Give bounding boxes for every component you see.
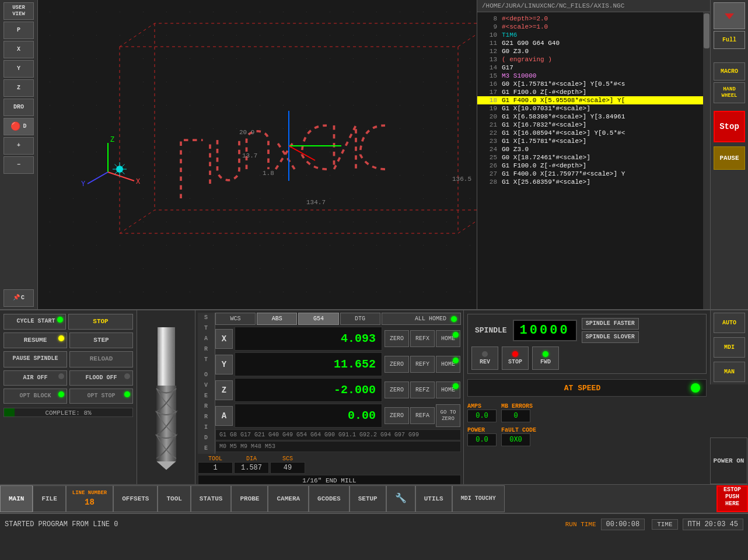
tab-tool[interactable]: TOOL [158,485,190,512]
dro-zero-z[interactable]: ZERO [385,382,409,398]
man-btn[interactable]: MAN [714,362,745,382]
sidebar-btn-plus[interactable]: + [4,137,34,155]
power-label: POWER [467,427,485,433]
tab-mdi-touchy[interactable]: MDI TOUCHY [452,485,505,512]
sidebar-btn-c[interactable]: 📌C [4,289,34,307]
step-btn[interactable]: STEP [69,332,133,348]
tab-status[interactable]: STATUS [191,485,232,512]
dro-refx[interactable]: REFX [410,330,435,347]
line-text-8: #<depth>=2.0 [502,15,548,22]
dro-btn-all-homed[interactable]: ALL HOMED [382,313,461,325]
sidebar-btn-x[interactable]: X [4,41,34,58]
code-line-8[interactable]: 8#<depth>=2.0 [477,15,703,23]
dro-btn-abs[interactable]: ABS [257,313,297,325]
opt-stop-btn[interactable]: OPT STOP [69,388,133,404]
sidebar-btn-y[interactable]: Y [4,60,34,78]
code-panel-content[interactable]: 8#<depth>=2.09#<scale>=1.010T1M611G21 G9… [477,12,703,309]
pause-button-rs[interactable]: PAUSE [714,146,745,170]
code-line-26[interactable]: 26G1 F100.0 Z[-#<depth>] [477,162,703,170]
spindle-faster-btn[interactable]: SPINDLE FASTER [582,318,639,330]
dro-btn-dtg[interactable]: DTG [340,313,380,325]
tab-file[interactable]: FILE [33,485,65,512]
power-on-btn[interactable]: POWER ON [710,438,747,484]
dro-refy[interactable]: REFY [410,356,435,373]
code-line-15[interactable]: 15M3 S10000 [477,72,703,80]
code-line-21[interactable]: 21G1 X[16.7832*#<scale>] [477,121,703,129]
all-homed-led [451,316,457,322]
stop-btn[interactable]: STOP [68,314,133,330]
code-line-19[interactable]: 19G1 X[10.07031*#<scale>] [477,104,703,113]
code-line-14[interactable]: 14G17 [477,64,703,72]
spindle-section: SPINDLE 10000 SPINDLE FASTER SPINDLE SLO… [467,314,707,374]
tab-gcodes[interactable]: GCODES [309,485,349,512]
dro-home-z[interactable]: HOME [436,382,460,398]
sidebar-btn-minus[interactable]: − [4,156,34,174]
stop-button-rs[interactable]: Stop [714,111,745,142]
dro-btn-wcs[interactable]: WCS [215,313,256,325]
code-line-20[interactable]: 20G1 X[6.58398*#<scale>] Y[3.84961 [477,113,703,121]
code-line-25[interactable]: 25G0 X[18.72461*#<scale>] [477,153,703,162]
code-line-10[interactable]: 10T1M6 [477,31,703,39]
code-line-28[interactable]: 28G1 X[25.68359*#<scale>] [477,178,703,186]
dro-goto-zero[interactable]: GO TO ZERO [436,404,460,428]
tab-main[interactable]: MAIN [0,485,33,512]
sidebar-btn-p[interactable]: P [4,22,34,39]
dro-home-y[interactable]: HOME [436,356,460,373]
spindle-stop-btn[interactable]: STOP [502,346,529,370]
right-sidebar-arrow[interactable] [714,2,745,29]
start-col-s: S [204,313,208,323]
dro-zero-y[interactable]: ZERO [385,356,409,373]
sidebar-btn-d[interactable]: 🔴D [4,118,34,135]
sidebar-btn-user-view[interactable]: USER VIEW [4,2,34,20]
flood-off-btn[interactable]: FLOOD OFF [69,370,133,386]
opt-block-btn[interactable]: OPT BLOCK [4,388,67,404]
start-col-o: O [204,370,208,380]
code-line-13[interactable]: 13( engraving ) [477,55,703,64]
code-line-12[interactable]: 12G0 Z3.0 [477,47,703,55]
pause-spindle-btn[interactable]: PAUSE SPINDLE [4,351,67,367]
run-time-label: RUN TIME [565,521,596,528]
handwheel-btn[interactable]: HAND WHEEL [714,82,745,103]
macro-btn[interactable]: MACRO [714,62,745,80]
code-filepath: /HOME/JURA/LINUXCNC/NC_FILES/AXIS.NGC [482,2,624,9]
sidebar-btn-z[interactable]: Z [4,79,34,97]
spindle-slower-btn[interactable]: SPINDLE SLOVER [582,331,639,343]
dro-btn-g54[interactable]: G54 [298,313,338,325]
line-num-25: 25 [481,154,497,161]
code-line-27[interactable]: 27G1 F400.0 X[21.75977*#<scale>] Y [477,170,703,178]
code-line-23[interactable]: 23G1 X[1.75781*#<scale>] [477,137,703,145]
code-line-18[interactable]: 18G1 F400.0 X[5.95508*#<scale>] Y[ [477,96,703,104]
mdi-btn[interactable]: MDI [714,337,745,358]
code-scrollbar[interactable] [703,12,710,309]
tab-wrench[interactable]: 🔧 [386,485,415,512]
code-line-17[interactable]: 17G1 F100.0 Z[-#<depth>] [477,88,703,96]
dro-zero-x[interactable]: ZERO [385,330,409,347]
scroll-thumb[interactable] [704,13,709,48]
air-off-btn[interactable]: AIR OFF [4,370,67,386]
code-line-16[interactable]: 16G0 X[1.75781*#<scale>] Y[0.5*#<s [477,80,703,88]
reload-btn[interactable]: RELoAd [69,351,133,367]
dro-home-x[interactable]: HOME [436,330,460,347]
auto-btn[interactable]: AUTO [714,313,745,333]
code-line-11[interactable]: 11G21 G90 G64 G40 [477,39,703,47]
dro-refz[interactable]: REFZ [410,382,435,398]
resume-btn[interactable]: RESUME [4,332,67,348]
code-line-24[interactable]: 24G0 Z3.0 [477,145,703,153]
sidebar-btn-dro[interactable]: DRO [4,99,34,116]
estop-btn[interactable]: ESTOPPUSHHERE [716,485,748,512]
full-btn[interactable]: Full [714,31,745,49]
tab-utils[interactable]: UTILS [415,485,452,512]
tab-probe[interactable]: PROBE [231,485,268,512]
rev-btn[interactable]: REV [471,346,498,370]
code-line-22[interactable]: 22G1 X[16.08594*#<scale>] Y[0.5*#< [477,129,703,137]
stop-led [512,351,518,357]
code-line-9[interactable]: 9#<scale>=1.0 [477,23,703,31]
dro-zero-a[interactable]: ZERO [385,407,409,424]
dro-refa[interactable]: REFA [410,407,435,424]
tab-offsets[interactable]: OFFSETS [113,485,158,512]
cycle-start-btn[interactable]: CYCLE START [4,314,66,330]
tab-setup[interactable]: SETUP [349,485,386,512]
tab-line-number[interactable]: LINE NUMBER 18 [66,485,113,512]
fwd-btn[interactable]: FWD [532,346,559,370]
tab-camera[interactable]: CAMERA [268,485,309,512]
